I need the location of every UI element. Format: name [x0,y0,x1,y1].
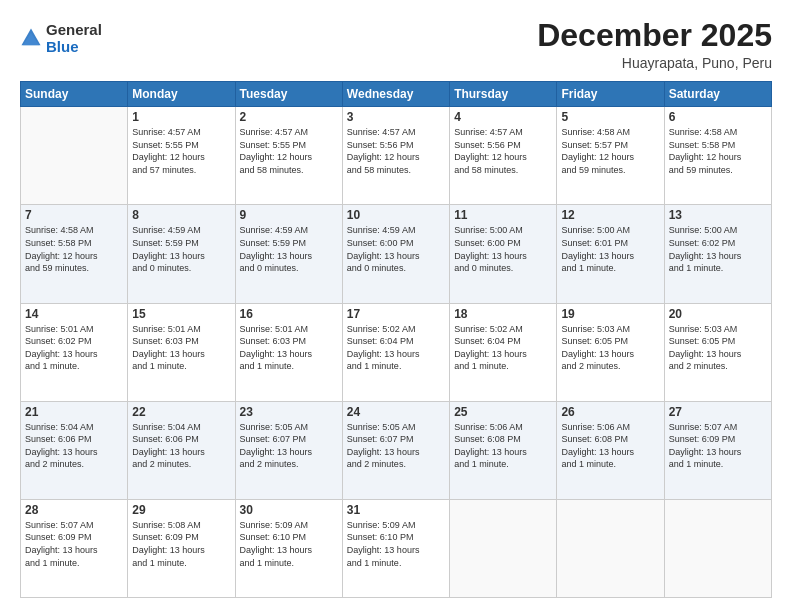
day-cell: 9Sunrise: 4:59 AM Sunset: 5:59 PM Daylig… [235,205,342,303]
day-info: Sunrise: 4:58 AM Sunset: 5:58 PM Dayligh… [669,126,767,176]
week-row-3: 14Sunrise: 5:01 AM Sunset: 6:02 PM Dayli… [21,303,772,401]
day-info: Sunrise: 5:04 AM Sunset: 6:06 PM Dayligh… [25,421,123,471]
day-number: 29 [132,503,230,517]
day-number: 21 [25,405,123,419]
day-info: Sunrise: 5:05 AM Sunset: 6:07 PM Dayligh… [347,421,445,471]
col-header-friday: Friday [557,82,664,107]
day-cell: 25Sunrise: 5:06 AM Sunset: 6:08 PM Dayli… [450,401,557,499]
logo-general: General [46,22,102,39]
day-info: Sunrise: 4:59 AM Sunset: 5:59 PM Dayligh… [240,224,338,274]
day-cell [664,499,771,597]
day-number: 7 [25,208,123,222]
day-cell: 22Sunrise: 5:04 AM Sunset: 6:06 PM Dayli… [128,401,235,499]
day-info: Sunrise: 5:02 AM Sunset: 6:04 PM Dayligh… [454,323,552,373]
day-number: 28 [25,503,123,517]
day-info: Sunrise: 5:02 AM Sunset: 6:04 PM Dayligh… [347,323,445,373]
logo: General Blue [20,22,102,55]
day-cell: 20Sunrise: 5:03 AM Sunset: 6:05 PM Dayli… [664,303,771,401]
day-number: 12 [561,208,659,222]
day-cell: 18Sunrise: 5:02 AM Sunset: 6:04 PM Dayli… [450,303,557,401]
day-cell: 4Sunrise: 4:57 AM Sunset: 5:56 PM Daylig… [450,107,557,205]
day-cell: 12Sunrise: 5:00 AM Sunset: 6:01 PM Dayli… [557,205,664,303]
day-cell: 7Sunrise: 4:58 AM Sunset: 5:58 PM Daylig… [21,205,128,303]
day-cell: 14Sunrise: 5:01 AM Sunset: 6:02 PM Dayli… [21,303,128,401]
day-number: 17 [347,307,445,321]
day-cell: 8Sunrise: 4:59 AM Sunset: 5:59 PM Daylig… [128,205,235,303]
day-number: 31 [347,503,445,517]
day-info: Sunrise: 4:58 AM Sunset: 5:58 PM Dayligh… [25,224,123,274]
day-number: 1 [132,110,230,124]
day-info: Sunrise: 5:08 AM Sunset: 6:09 PM Dayligh… [132,519,230,569]
day-number: 15 [132,307,230,321]
day-cell: 16Sunrise: 5:01 AM Sunset: 6:03 PM Dayli… [235,303,342,401]
day-cell: 30Sunrise: 5:09 AM Sunset: 6:10 PM Dayli… [235,499,342,597]
day-cell [450,499,557,597]
day-info: Sunrise: 5:00 AM Sunset: 6:01 PM Dayligh… [561,224,659,274]
col-header-monday: Monday [128,82,235,107]
col-header-tuesday: Tuesday [235,82,342,107]
location: Huayrapata, Puno, Peru [537,55,772,71]
day-info: Sunrise: 5:01 AM Sunset: 6:03 PM Dayligh… [132,323,230,373]
day-info: Sunrise: 4:58 AM Sunset: 5:57 PM Dayligh… [561,126,659,176]
week-row-1: 1Sunrise: 4:57 AM Sunset: 5:55 PM Daylig… [21,107,772,205]
day-info: Sunrise: 4:57 AM Sunset: 5:55 PM Dayligh… [132,126,230,176]
day-info: Sunrise: 4:57 AM Sunset: 5:56 PM Dayligh… [347,126,445,176]
day-number: 4 [454,110,552,124]
col-header-thursday: Thursday [450,82,557,107]
day-info: Sunrise: 5:00 AM Sunset: 6:02 PM Dayligh… [669,224,767,274]
day-info: Sunrise: 5:01 AM Sunset: 6:03 PM Dayligh… [240,323,338,373]
day-cell: 5Sunrise: 4:58 AM Sunset: 5:57 PM Daylig… [557,107,664,205]
month-title: December 2025 [537,18,772,53]
day-cell: 31Sunrise: 5:09 AM Sunset: 6:10 PM Dayli… [342,499,449,597]
day-cell [21,107,128,205]
day-number: 8 [132,208,230,222]
day-number: 27 [669,405,767,419]
day-number: 23 [240,405,338,419]
day-info: Sunrise: 5:07 AM Sunset: 6:09 PM Dayligh… [669,421,767,471]
day-number: 19 [561,307,659,321]
day-number: 30 [240,503,338,517]
page: General Blue December 2025 Huayrapata, P… [0,0,792,612]
day-info: Sunrise: 5:04 AM Sunset: 6:06 PM Dayligh… [132,421,230,471]
day-info: Sunrise: 4:57 AM Sunset: 5:55 PM Dayligh… [240,126,338,176]
day-info: Sunrise: 4:59 AM Sunset: 6:00 PM Dayligh… [347,224,445,274]
day-cell: 13Sunrise: 5:00 AM Sunset: 6:02 PM Dayli… [664,205,771,303]
day-info: Sunrise: 5:09 AM Sunset: 6:10 PM Dayligh… [240,519,338,569]
day-info: Sunrise: 5:06 AM Sunset: 6:08 PM Dayligh… [454,421,552,471]
day-number: 26 [561,405,659,419]
day-info: Sunrise: 5:03 AM Sunset: 6:05 PM Dayligh… [561,323,659,373]
title-block: December 2025 Huayrapata, Puno, Peru [537,18,772,71]
day-number: 20 [669,307,767,321]
day-cell: 11Sunrise: 5:00 AM Sunset: 6:00 PM Dayli… [450,205,557,303]
day-info: Sunrise: 4:57 AM Sunset: 5:56 PM Dayligh… [454,126,552,176]
day-cell: 29Sunrise: 5:08 AM Sunset: 6:09 PM Dayli… [128,499,235,597]
day-cell: 21Sunrise: 5:04 AM Sunset: 6:06 PM Dayli… [21,401,128,499]
day-cell: 27Sunrise: 5:07 AM Sunset: 6:09 PM Dayli… [664,401,771,499]
day-number: 10 [347,208,445,222]
day-info: Sunrise: 5:07 AM Sunset: 6:09 PM Dayligh… [25,519,123,569]
day-info: Sunrise: 5:03 AM Sunset: 6:05 PM Dayligh… [669,323,767,373]
day-cell [557,499,664,597]
day-cell: 3Sunrise: 4:57 AM Sunset: 5:56 PM Daylig… [342,107,449,205]
calendar-table: SundayMondayTuesdayWednesdayThursdayFrid… [20,81,772,598]
logo-blue: Blue [46,39,102,56]
col-header-saturday: Saturday [664,82,771,107]
day-number: 5 [561,110,659,124]
day-cell: 28Sunrise: 5:07 AM Sunset: 6:09 PM Dayli… [21,499,128,597]
day-cell: 6Sunrise: 4:58 AM Sunset: 5:58 PM Daylig… [664,107,771,205]
day-cell: 2Sunrise: 4:57 AM Sunset: 5:55 PM Daylig… [235,107,342,205]
day-cell: 15Sunrise: 5:01 AM Sunset: 6:03 PM Dayli… [128,303,235,401]
day-number: 18 [454,307,552,321]
col-header-wednesday: Wednesday [342,82,449,107]
day-number: 3 [347,110,445,124]
logo-icon [20,27,42,49]
day-number: 24 [347,405,445,419]
day-number: 14 [25,307,123,321]
day-info: Sunrise: 4:59 AM Sunset: 5:59 PM Dayligh… [132,224,230,274]
header-row: SundayMondayTuesdayWednesdayThursdayFrid… [21,82,772,107]
day-number: 13 [669,208,767,222]
week-row-2: 7Sunrise: 4:58 AM Sunset: 5:58 PM Daylig… [21,205,772,303]
day-cell: 19Sunrise: 5:03 AM Sunset: 6:05 PM Dayli… [557,303,664,401]
day-number: 9 [240,208,338,222]
day-number: 16 [240,307,338,321]
